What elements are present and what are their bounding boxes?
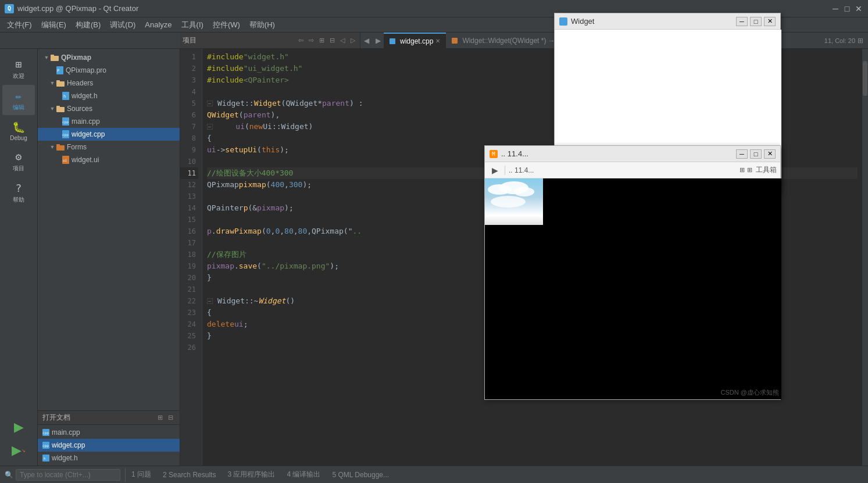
open-doc-label-main: main.cpp — [52, 428, 80, 437]
link-btn[interactable]: ⇨ — [306, 36, 316, 45]
menu-widgets[interactable]: 控件(W) — [208, 19, 245, 31]
tab-qml-debug[interactable]: 5 QML Debugge... — [326, 471, 395, 479]
tree-item-widget-ui[interactable]: ui widget.ui — [38, 153, 180, 166]
tab-nav-right[interactable]: ▶ — [372, 33, 384, 48]
tab-close-btn[interactable]: ✕ — [435, 38, 440, 44]
tab-icon-2 — [452, 38, 458, 44]
menu-analyze[interactable]: Analyze — [140, 19, 176, 30]
tree-item-forms[interactable]: ▼ Forms — [38, 141, 180, 153]
tree-item-headers[interactable]: ▼ Headers — [38, 77, 180, 90]
tree-item-qpixmap-pro[interactable]: P QPixmap.pro — [38, 64, 180, 77]
window-controls: ─ □ ✕ — [831, 4, 863, 13]
open-doc-widget-h[interactable]: h widget.h — [38, 452, 180, 464]
sidebar-item-help[interactable]: ? 帮助 — [2, 177, 35, 207]
csdn-watermark: CSDN @虚心求知熊 — [721, 388, 779, 397]
tab-compile-output[interactable]: 4 编译输出 — [281, 470, 326, 480]
sidebar-item-debug[interactable]: 🐛 Debug — [2, 116, 35, 145]
debug-titlebar: M .. 11.4... ─ □ ✕ — [485, 146, 780, 162]
sidebar-item-project[interactable]: ⚙ 项目 — [2, 146, 35, 176]
file-icon-pro: P — [56, 66, 63, 74]
scrollbar-thumb[interactable] — [863, 61, 867, 96]
run-controls: ▶ ▶↘ — [8, 417, 29, 466]
sidebar-label-edit: 编辑 — [13, 103, 24, 112]
tree-label-widget-cpp: widget.cpp — [72, 130, 105, 138]
toolbar-right: ⊞ ⊞ 工具箱 — [738, 164, 777, 177]
tree-label-widget-ui: widget.ui — [72, 156, 99, 164]
svg-text:─: ─ — [208, 101, 211, 106]
widget-max-btn[interactable]: □ — [750, 17, 762, 26]
toolbox-label: 工具箱 — [756, 165, 777, 175]
open-doc-label-widget-cpp: widget.cpp — [52, 441, 85, 449]
close-button[interactable]: ✕ — [854, 4, 863, 13]
line-num-19: 19 — [180, 260, 198, 272]
app-icon: Q — [5, 4, 14, 13]
project-tab-area: 项目 ⇦ ⇨ ⊞ ⊟ ◁ ▷ — [180, 33, 360, 48]
fold-marker-7[interactable]: ─ — [207, 124, 216, 130]
debug-max-btn[interactable]: □ — [750, 149, 762, 159]
open-docs-controls: ⊞ ⊟ — [155, 413, 175, 423]
tree-item-sources[interactable]: ▼ Sources — [38, 102, 180, 115]
menu-help[interactable]: 帮助(H) — [245, 19, 280, 31]
tab-widget-cpp[interactable]: widget.cpp ✕ — [384, 33, 446, 48]
menu-tools[interactable]: 工具(I) — [177, 19, 208, 31]
toolbar-icon-btn-1[interactable]: ⊞ ⊞ — [738, 164, 753, 177]
debug-run-button[interactable]: ▶↘ — [8, 440, 29, 461]
line-num-4: 4 — [180, 86, 198, 98]
maximize-button[interactable]: □ — [842, 4, 852, 13]
tab-issues[interactable]: 1 问题 — [126, 470, 157, 480]
sidebar-item-welcome[interactable]: ⊞ 欢迎 — [2, 53, 35, 84]
menu-debug[interactable]: 调试(D) — [105, 19, 140, 31]
tree-item-main-cpp[interactable]: cpp main.cpp — [38, 115, 180, 128]
line-num-11: 11 — [180, 167, 198, 179]
minimize-button[interactable]: ─ — [831, 4, 840, 13]
run-button[interactable]: ▶ — [8, 417, 29, 438]
tree-label-sources: Sources — [67, 105, 92, 113]
widget-close-btn[interactable]: ✕ — [764, 17, 776, 26]
open-doc-main[interactable]: cpp main.cpp — [38, 426, 180, 439]
line-num-20: 20 — [180, 272, 198, 284]
debug-min-btn[interactable]: ─ — [736, 149, 748, 159]
open-docs-close-btn[interactable]: ⊟ — [166, 413, 175, 423]
cloud-3 — [514, 187, 534, 196]
line-num-22: 22 — [180, 295, 198, 307]
line-num-13: 13 — [180, 191, 198, 202]
menu-edit[interactable]: 编辑(E) — [37, 19, 71, 31]
sidebar-item-edit[interactable]: ✏ 编辑 — [2, 85, 35, 115]
next-btn[interactable]: ▷ — [348, 36, 358, 45]
prev-btn[interactable]: ◁ — [338, 36, 347, 45]
debug-toolbar: ▶ .. 11.4... ⊞ ⊞ 工具箱 — [485, 162, 780, 178]
open-doc-widget-cpp[interactable]: cpp widget.cpp — [38, 439, 180, 452]
tab-search-results[interactable]: 2 Search Results — [157, 471, 222, 479]
open-docs-expand-btn[interactable]: ⊞ — [155, 413, 165, 423]
widget-min-btn[interactable]: ─ — [736, 17, 748, 26]
tree-item-qpixmap[interactable]: ▼ QPixmap — [38, 51, 180, 64]
sync-btn[interactable]: ⇦ — [296, 36, 305, 45]
tab-label: widget.cpp — [400, 37, 433, 45]
doc-icon-widget-cpp: cpp — [42, 442, 49, 449]
menu-build[interactable]: 构建(B) — [71, 19, 105, 31]
debug-window: M .. 11.4... ─ □ ✕ ▶ .. 11.4... ⊞ ⊞ 工具箱 … — [484, 145, 781, 400]
split-btn[interactable]: ⊞ — [317, 36, 326, 45]
widget-title-text: Widget — [571, 17, 736, 26]
tab-nav-left[interactable]: ◀ — [360, 33, 372, 48]
widget-title-btns: ─ □ ✕ — [736, 17, 776, 26]
tree-item-widget-cpp[interactable]: cpp widget.cpp — [38, 128, 180, 141]
tab-app-output[interactable]: 3 应用程序输出 — [222, 470, 281, 480]
debug-play-btn[interactable]: ▶ — [488, 164, 501, 177]
fold-marker-5[interactable]: ─ — [207, 101, 216, 106]
debug-title-text: .. 11.4... — [501, 149, 736, 158]
file-icon-widget-cpp: cpp — [62, 130, 69, 138]
menu-file[interactable]: 文件(F) — [2, 19, 37, 31]
search-input[interactable] — [16, 469, 120, 481]
sidebar-label-welcome: 欢迎 — [13, 72, 24, 80]
tree-item-widget-h[interactable]: h widget.h — [38, 90, 180, 102]
expand-editor-btn[interactable]: ⊞ — [858, 37, 863, 45]
svg-rect-1 — [51, 55, 54, 56]
vertical-scrollbar[interactable] — [862, 49, 868, 466]
line-num-25: 25 — [180, 330, 198, 342]
debug-close-btn[interactable]: ✕ — [764, 149, 776, 159]
debug-toolbar-label: .. 11.4... — [509, 166, 534, 174]
close-panel-btn[interactable]: ⊟ — [327, 36, 337, 45]
cloud-4 — [491, 196, 526, 207]
fold-marker-22[interactable]: ─ — [207, 298, 216, 304]
